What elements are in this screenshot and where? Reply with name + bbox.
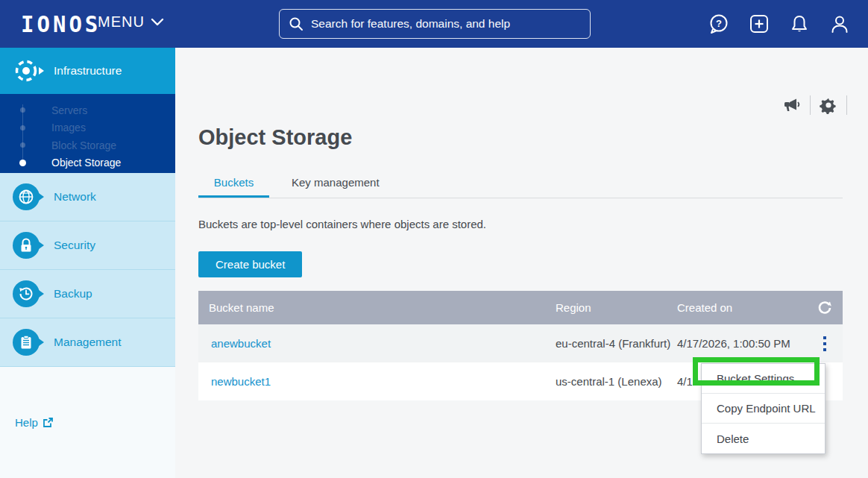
sidebar: Infrastructure Servers Images Block Stor… bbox=[0, 48, 175, 478]
sidebar-item-management[interactable]: Management bbox=[0, 318, 175, 367]
external-link-icon bbox=[43, 417, 54, 428]
backup-clock-icon bbox=[13, 280, 40, 307]
menu-item-bucket-settings[interactable]: Bucket Settings bbox=[702, 364, 825, 394]
help-link-label: Help bbox=[15, 416, 38, 429]
bullet-icon bbox=[19, 160, 26, 166]
search-icon bbox=[289, 16, 304, 31]
column-header-created-on[interactable]: Created on bbox=[668, 301, 810, 314]
region-cell: eu-central-4 (Frankfurt) bbox=[547, 337, 668, 350]
tab-key-management[interactable]: Key management bbox=[284, 170, 387, 198]
region-cell: us-central-1 (Lenexa) bbox=[547, 375, 668, 388]
topbar-icon-group: ? bbox=[708, 0, 850, 48]
submenu-label: Block Storage bbox=[51, 139, 116, 151]
sidebar-sections: Network Security Backup Management bbox=[0, 173, 175, 367]
refresh-icon[interactable] bbox=[810, 291, 840, 324]
sidebar-item-backup[interactable]: Backup bbox=[0, 270, 175, 318]
sidebar-item-block-storage[interactable]: Block Storage bbox=[0, 136, 175, 154]
page-action-icons bbox=[783, 95, 856, 115]
sidebar-item-label: Management bbox=[54, 336, 121, 349]
page-title: Object Storage bbox=[198, 125, 352, 150]
sidebar-item-infrastructure[interactable]: Infrastructure bbox=[0, 48, 175, 94]
submenu-label: Images bbox=[51, 122, 86, 133]
submenu-connector-line bbox=[22, 104, 23, 160]
menu-item-delete[interactable]: Delete bbox=[702, 424, 825, 453]
sidebar-item-label: Security bbox=[54, 239, 95, 252]
menu-button[interactable]: MENU bbox=[98, 13, 164, 31]
table-header-row: Bucket name Region Created on bbox=[198, 291, 843, 324]
clipboard-icon bbox=[13, 329, 40, 356]
ionos-console: IONOS MENU ? bbox=[0, 0, 868, 478]
menu-button-label: MENU bbox=[98, 13, 145, 31]
tab-bar: Buckets Key management bbox=[198, 170, 843, 198]
kebab-menu-icon[interactable] bbox=[810, 324, 840, 362]
infrastructure-submenu: Servers Images Block Storage Object Stor… bbox=[0, 94, 175, 173]
help-link[interactable]: Help bbox=[15, 416, 54, 429]
user-profile-icon[interactable] bbox=[829, 13, 850, 34]
sidebar-item-network[interactable]: Network bbox=[0, 173, 175, 221]
sidebar-item-security[interactable]: Security bbox=[0, 221, 175, 270]
create-bucket-button[interactable]: Create bucket bbox=[198, 251, 302, 277]
bucket-link[interactable]: newbucket1 bbox=[211, 375, 271, 388]
help-bubble-icon[interactable]: ? bbox=[708, 13, 729, 34]
page-description: Buckets are top-level containers where o… bbox=[198, 218, 486, 230]
tab-buckets[interactable]: Buckets bbox=[198, 170, 269, 198]
sidebar-footer: Help bbox=[0, 367, 175, 478]
column-header-bucket-name[interactable]: Bucket name bbox=[198, 301, 547, 314]
megaphone-icon[interactable] bbox=[783, 98, 801, 113]
column-header-region[interactable]: Region bbox=[547, 301, 668, 314]
sidebar-item-label: Infrastructure bbox=[54, 64, 122, 78]
icon-divider bbox=[846, 95, 847, 115]
sidebar-item-object-storage[interactable]: Object Storage bbox=[0, 154, 175, 172]
submenu-label: Object Storage bbox=[51, 157, 121, 169]
menu-item-copy-endpoint-url[interactable]: Copy Endpoint URL bbox=[702, 394, 825, 424]
bucket-context-menu: Bucket Settings Copy Endpoint URL Delete bbox=[701, 363, 825, 454]
sidebar-item-label: Backup bbox=[54, 287, 92, 301]
lock-icon bbox=[13, 232, 40, 259]
submenu-label: Servers bbox=[51, 104, 87, 116]
ionos-logo[interactable]: IONOS bbox=[21, 10, 101, 37]
chevron-down-icon bbox=[151, 18, 164, 27]
sidebar-item-label: Network bbox=[54, 190, 96, 204]
datacenter-icon bbox=[13, 57, 40, 84]
search-input[interactable] bbox=[311, 17, 579, 31]
top-navigation-bar: IONOS MENU ? bbox=[0, 0, 868, 48]
sidebar-item-servers[interactable]: Servers bbox=[0, 101, 175, 119]
global-search[interactable] bbox=[279, 9, 591, 39]
notifications-bell-icon[interactable] bbox=[789, 13, 810, 34]
globe-icon bbox=[13, 183, 40, 210]
add-square-icon[interactable] bbox=[749, 13, 770, 34]
icon-divider bbox=[810, 95, 811, 115]
created-on-cell: 4/17/2026, 1:00:50 PM bbox=[668, 337, 810, 350]
bucket-link[interactable]: anewbucket bbox=[211, 337, 271, 350]
sidebar-item-images[interactable]: Images bbox=[0, 119, 175, 137]
gear-icon[interactable] bbox=[820, 96, 837, 114]
svg-text:?: ? bbox=[716, 18, 722, 29]
table-row: anewbucket eu-central-4 (Frankfurt) 4/17… bbox=[198, 324, 843, 362]
